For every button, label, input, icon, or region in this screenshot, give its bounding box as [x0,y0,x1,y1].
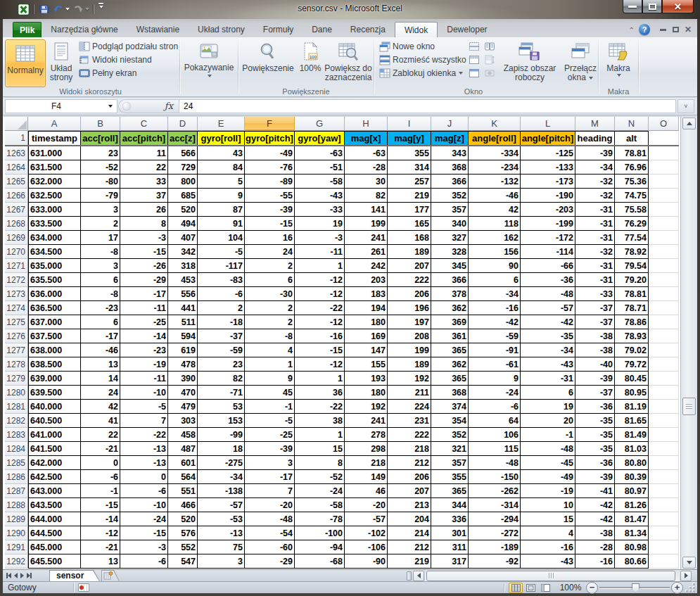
hide-window-button[interactable] [469,53,480,66]
row-header-1266[interactable]: 1266 [5,189,28,203]
cell[interactable]: -42 [575,512,615,526]
cell[interactable]: -58 [295,175,345,189]
cell[interactable]: 355 [431,470,469,484]
cell[interactable]: 354 [431,414,469,428]
cell[interactable]: -199 [521,217,575,231]
cell[interactable]: -53 [198,512,245,526]
cell[interactable]: -57 [345,512,388,526]
cell[interactable]: -48 [469,456,521,470]
cell[interactable]: 645.000 [28,540,81,554]
cell[interactable] [649,273,679,287]
cell[interactable]: angle[roll] [469,131,521,145]
cell[interactable]: 6 [469,273,521,287]
horizontal-scroll-thumb[interactable] [426,571,675,581]
cell[interactable]: -117 [198,259,245,273]
cell[interactable]: -10 [120,498,168,512]
zoom-button[interactable]: Powiększenie [242,39,294,87]
cell[interactable]: 7 [120,414,168,428]
cell[interactable]: -80 [81,175,120,189]
close-button[interactable]: ✕ [662,0,694,13]
cell[interactable]: 78.71 [615,301,649,315]
cell[interactable]: 4 [245,343,295,357]
cell[interactable]: -172 [521,231,575,245]
cell[interactable]: 800 [168,175,198,189]
resize-grip[interactable] [684,583,695,592]
cell[interactable]: 41 [81,414,120,428]
cell[interactable]: -51 [295,160,345,175]
cell[interactable] [649,526,679,540]
cell[interactable]: acc[roll] [81,131,120,145]
row-header-1263[interactable]: 1263 [5,146,28,160]
cell[interactable]: 6 [245,273,295,287]
cell[interactable]: 211 [388,386,431,400]
row-header-1271[interactable]: 1271 [5,259,28,273]
cell[interactable]: 80.45 [615,372,649,386]
zoom-level[interactable]: 100% [555,583,586,592]
cell[interactable] [649,203,679,217]
cell[interactable]: 547 [168,554,198,569]
tab-developer[interactable]: Deweloper [438,22,496,37]
cell[interactable]: -16 [521,540,575,554]
cell[interactable]: 639.000 [28,372,81,386]
cell[interactable]: -35 [575,428,615,442]
cell[interactable]: -39 [245,203,295,217]
cell[interactable]: -14 [120,329,168,343]
cell[interactable]: -272 [469,526,521,540]
cell[interactable]: 635.500 [28,273,81,287]
cell[interactable]: 344 [431,498,469,512]
cell[interactable]: 78.86 [615,315,649,329]
show-group-button[interactable]: Pokazywanie [184,39,234,93]
cell[interactable]: 352 [431,428,469,442]
cell[interactable]: 79.20 [615,273,649,287]
cell[interactable]: -35 [575,442,615,456]
cell[interactable]: -94 [295,540,345,554]
cell[interactable] [649,386,679,400]
zoom-in-button[interactable]: + [671,582,683,594]
page-layout-shortcut[interactable] [523,583,537,593]
cell[interactable]: -262 [469,484,521,498]
column-header-I[interactable]: I [388,117,431,131]
formula-bar-drag-dot[interactable] [122,102,131,110]
cell[interactable]: acc[z] [168,131,198,145]
row-header-1267[interactable]: 1267 [5,203,28,217]
cell[interactable]: -1 [521,428,575,442]
tab-home[interactable]: Narzędzia główne [42,22,127,37]
cell[interactable]: 0 [81,456,120,470]
cell[interactable]: -1 [245,400,295,414]
tab-formulas[interactable]: Formuły [254,22,303,37]
cell[interactable]: -57 [198,498,245,512]
cell[interactable]: 104 [198,231,245,245]
cell[interactable]: -15 [120,526,168,540]
cell[interactable]: 177 [388,203,431,217]
cell[interactable]: -28 [345,160,388,175]
cell[interactable]: 8 [120,217,168,231]
cell[interactable]: 141 [345,203,388,217]
cell[interactable]: 487 [168,442,198,456]
row-header-1283[interactable]: 1283 [5,428,28,442]
last-sheet-button[interactable] [27,573,32,578]
cell[interactable]: 5 [198,175,245,189]
cell[interactable] [649,357,679,372]
cell[interactable]: -23 [120,343,168,357]
cell[interactable]: -138 [198,484,245,498]
cell[interactable]: 30 [345,175,388,189]
cell[interactable]: 362 [431,357,469,372]
cell[interactable]: -30 [245,287,295,301]
cell[interactable]: 14 [81,372,120,386]
cell[interactable]: 365 [431,343,469,357]
cell[interactable]: -34 [198,470,245,484]
cell[interactable]: 520 [168,512,198,526]
column-header-H[interactable]: H [345,117,388,131]
cell[interactable]: 80.80 [615,456,649,470]
cell[interactable] [649,131,679,145]
cell[interactable]: -16 [575,554,615,569]
cell[interactable]: 342 [168,245,198,259]
column-header-C[interactable]: C [120,117,168,131]
cell[interactable]: -21 [81,540,120,554]
cell[interactable]: -17 [245,470,295,484]
cell[interactable]: 314 [388,160,431,175]
cell[interactable]: 321 [431,442,469,456]
cell[interactable]: 352 [431,189,469,203]
row-header-1277[interactable]: 1277 [5,343,28,357]
cell[interactable]: 2 [245,301,295,315]
